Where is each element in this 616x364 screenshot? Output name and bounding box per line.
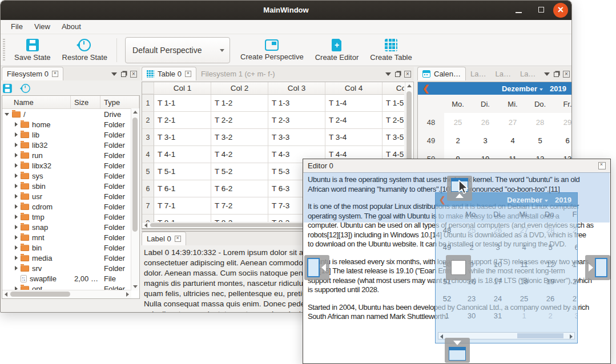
close-panel-icon[interactable] bbox=[404, 71, 411, 78]
calendar-day[interactable]: 6 bbox=[554, 131, 572, 149]
calendar-day[interactable]: 29 bbox=[563, 221, 578, 238]
table-cell[interactable]: T 7-2 bbox=[211, 197, 268, 215]
expander-icon[interactable] bbox=[15, 266, 18, 270]
menu-item-about[interactable]: About bbox=[56, 20, 87, 34]
table-cell[interactable]: T 3-3 bbox=[268, 129, 325, 146]
calendar-day[interactable]: 19 bbox=[537, 273, 563, 290]
table-row[interactable]: sysFolder bbox=[2, 171, 139, 181]
column-header-size[interactable]: Size bbox=[71, 96, 100, 108]
expander-icon[interactable] bbox=[15, 215, 18, 219]
calendar-day[interactable]: 30 bbox=[458, 307, 485, 324]
column-header[interactable]: Col 4 bbox=[325, 82, 383, 94]
table-row[interactable]: libFolder bbox=[2, 130, 139, 140]
calendar-day[interactable]: 26 bbox=[537, 290, 563, 307]
expander-icon[interactable] bbox=[15, 204, 18, 209]
calendar-day[interactable]: 25 bbox=[511, 290, 537, 307]
scroll-down-icon[interactable] bbox=[133, 285, 138, 288]
calendar-day[interactable]: 3 bbox=[563, 307, 578, 324]
table-cell[interactable]: T 5-2 bbox=[211, 163, 268, 180]
row-header[interactable]: 2 bbox=[142, 112, 154, 129]
create-perspective-button[interactable]: Create Perspective bbox=[235, 38, 309, 63]
table-cell[interactable]: T 4-2 bbox=[211, 146, 268, 163]
tree-header[interactable]: NameSizeType bbox=[2, 96, 139, 109]
tab-menu-icon[interactable] bbox=[385, 72, 391, 76]
maximize-button[interactable] bbox=[536, 5, 547, 16]
calendar-day[interactable]: 1 bbox=[511, 307, 537, 324]
column-header-type[interactable]: Type bbox=[100, 96, 139, 108]
calendar-day[interactable]: 26 bbox=[485, 221, 511, 238]
year-select[interactable]: 2019 bbox=[550, 84, 566, 93]
calendar-day[interactable]: 27 bbox=[499, 113, 526, 131]
calendar-day[interactable]: 26 bbox=[472, 113, 499, 131]
calendar-day[interactable]: 3 bbox=[472, 131, 499, 149]
calendar-day[interactable]: 13 bbox=[563, 256, 578, 273]
table-cell[interactable]: T 2-2 bbox=[211, 112, 268, 129]
table-cell[interactable]: T 1-2 bbox=[211, 95, 268, 112]
scroll-right-icon[interactable] bbox=[126, 292, 129, 297]
tab-filesystem-1[interactable]: Filesystem 1 (c+ m- f-) bbox=[196, 67, 280, 80]
calendar-day[interactable]: 11 bbox=[511, 256, 537, 273]
expander-icon[interactable] bbox=[15, 173, 18, 178]
restore-state-button[interactable]: Restore State bbox=[57, 37, 114, 63]
close-panel-icon[interactable] bbox=[563, 71, 570, 78]
column-header[interactable]: Col 5 bbox=[383, 82, 404, 94]
table-cell[interactable]: T 5-1 bbox=[154, 163, 211, 180]
scrollbar-thumb[interactable] bbox=[10, 292, 70, 297]
table-row[interactable]: srvFolder bbox=[2, 263, 139, 273]
table-row[interactable]: lib32Folder bbox=[2, 140, 139, 150]
row-header[interactable]: 7 bbox=[142, 197, 154, 215]
calendar-day[interactable]: 5 bbox=[537, 238, 563, 256]
table-cell[interactable]: T 8-1 bbox=[154, 215, 211, 223]
scrollbar-thumb[interactable] bbox=[132, 118, 138, 232]
calendar-day[interactable]: 6 bbox=[563, 238, 578, 256]
tree-vertical-scrollbar[interactable] bbox=[131, 108, 139, 290]
calendar-day[interactable]: 12 bbox=[537, 256, 563, 273]
calendar-day[interactable]: 17 bbox=[485, 273, 511, 290]
table-row[interactable]: sbinFolder bbox=[2, 181, 139, 191]
filesystem-tree[interactable]: NameSizeType /DrivehomeFolderlibFolderli… bbox=[2, 95, 140, 299]
minimize-button[interactable] bbox=[513, 5, 525, 16]
editor-close-icon[interactable] bbox=[598, 162, 606, 169]
table-cell[interactable]: T 2-4 bbox=[325, 112, 383, 129]
toolbar-drag-handle[interactable] bbox=[3, 39, 5, 62]
calendar-day[interactable]: 5 bbox=[526, 131, 554, 149]
table-row[interactable]: runFolder bbox=[2, 150, 139, 160]
table-cell[interactable]: T 3-5 bbox=[383, 129, 404, 146]
table-row[interactable]: cdromFolder bbox=[2, 201, 139, 212]
tab-label-3[interactable]: La… bbox=[516, 67, 540, 80]
float-panel-icon[interactable] bbox=[395, 72, 400, 77]
table-cell[interactable]: T 1-4 bbox=[325, 95, 383, 112]
tree-horizontal-scrollbar[interactable] bbox=[2, 290, 131, 298]
calendar-day[interactable]: 27 bbox=[563, 290, 578, 307]
float-panel-icon[interactable] bbox=[554, 72, 559, 77]
calendar-day[interactable]: 28 bbox=[526, 113, 554, 131]
column-header[interactable]: Col 3 bbox=[268, 82, 325, 94]
expander-icon[interactable] bbox=[15, 153, 18, 157]
table-cell[interactable]: T 3-2 bbox=[211, 129, 268, 146]
row-header[interactable]: 1 bbox=[142, 95, 154, 112]
calendar-day[interactable]: 4 bbox=[511, 238, 537, 256]
titlebar[interactable]: MainWindow bbox=[1, 1, 571, 20]
calendar-day[interactable]: 2 bbox=[537, 307, 563, 324]
calendar-day[interactable]: 10 bbox=[485, 256, 511, 273]
table-row[interactable]: tmpFolder bbox=[2, 212, 139, 222]
expander-icon[interactable] bbox=[15, 235, 18, 240]
table-cell[interactable]: T 8-2 bbox=[211, 215, 268, 223]
calendar-day[interactable]: 4 bbox=[499, 131, 526, 149]
expander-icon[interactable] bbox=[15, 132, 18, 137]
table-cell[interactable]: T 3-4 bbox=[325, 129, 383, 146]
calendar-day[interactable]: 18 bbox=[511, 273, 537, 290]
scroll-up-icon[interactable] bbox=[133, 111, 138, 114]
calendar-day[interactable]: 2 bbox=[458, 238, 485, 256]
tab-close-icon[interactable] bbox=[175, 236, 181, 242]
tab-label-2[interactable]: La… bbox=[490, 67, 515, 80]
dock-drop-right-indicator[interactable] bbox=[585, 255, 610, 280]
calendar-day[interactable]: 23 bbox=[458, 290, 485, 307]
table-row[interactable]: mediaFolder bbox=[2, 253, 139, 263]
month-select[interactable]: Dezember bbox=[502, 84, 543, 93]
tab-label-1[interactable]: La… bbox=[466, 67, 490, 80]
table-row[interactable]: swapfile2,00 …File bbox=[2, 273, 139, 284]
dock-drop-bottom-indicator[interactable] bbox=[445, 338, 470, 363]
column-header[interactable]: Col 1 bbox=[154, 82, 211, 94]
calendar-day[interactable]: 20 bbox=[563, 273, 578, 290]
